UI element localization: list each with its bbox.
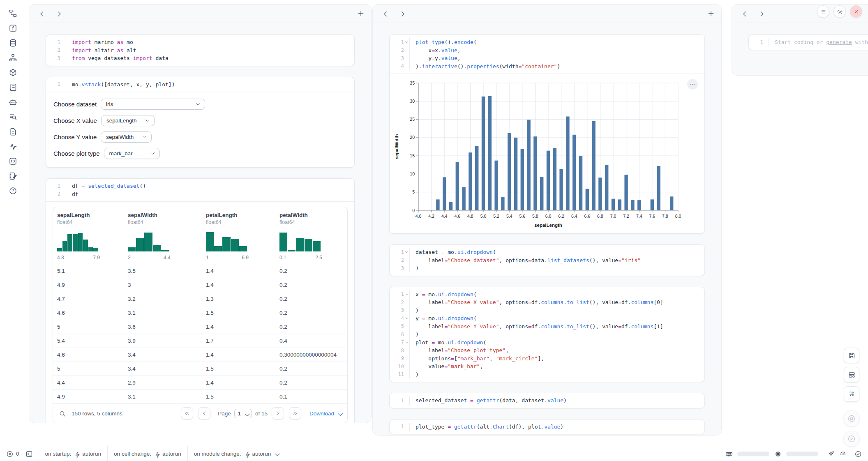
table-row[interactable]: 53.41.50.2setosa: [53, 362, 347, 376]
table-header: sepalLengthfloat644.37.9sepalWidthfloat6…: [53, 207, 347, 264]
code-editor[interactable]: 1234567891011x = mo.ui.dropdown( label="…: [390, 287, 704, 382]
column-prev-button[interactable]: [38, 10, 45, 17]
column-prev-button[interactable]: [382, 10, 388, 17]
table-cell: 3.1: [128, 394, 206, 400]
code-editor[interactable]: 1mo.vstack([dataset, x, y, plot]): [46, 77, 354, 92]
package-icon[interactable]: [9, 68, 17, 77]
line-number: 1: [46, 38, 66, 46]
list-search-icon[interactable]: [9, 113, 17, 121]
help-circle-icon[interactable]: ?: [9, 187, 17, 195]
table-row[interactable]: 4.42.91.40.2setosa: [53, 376, 347, 390]
menu-button[interactable]: [817, 5, 829, 18]
last-page-button[interactable]: [289, 407, 301, 420]
chat-assistant-icon[interactable]: [9, 98, 17, 106]
table-row[interactable]: 4.63.11.50.2setosa: [53, 306, 347, 320]
terminal-icon[interactable]: [25, 450, 32, 457]
on-cell-change-toggle[interactable]: on cell change: autorun: [108, 446, 187, 461]
table-row[interactable]: 5.13.51.40.2setosa: [53, 264, 347, 278]
on-module-change-toggle[interactable]: on module change: autorun: [188, 446, 285, 461]
table-cell: 5.4: [57, 338, 128, 344]
svg-text:4.0: 4.0: [416, 214, 422, 219]
chart-actions-button[interactable]: [687, 79, 698, 90]
svg-text:15: 15: [410, 153, 415, 158]
memory-icon: [725, 450, 732, 457]
table-cell: 3.4: [128, 366, 206, 372]
choose-y-value-dropdown[interactable]: sepalWidth: [101, 131, 152, 143]
layout-button[interactable]: [844, 367, 859, 383]
on-startup-toggle[interactable]: on startup: autorun: [39, 446, 108, 461]
bar-chart[interactable]: 4.04.24.44.64.85.05.25.45.65.86.06.26.46…: [392, 77, 692, 230]
close-panel-button[interactable]: [850, 5, 862, 18]
code-editor[interactable]: 1234plot_type().encode( x=x.value, y=y.v…: [390, 35, 704, 74]
document-icon[interactable]: [9, 127, 17, 136]
next-page-button[interactable]: [272, 407, 284, 420]
line-number: 3: [390, 307, 409, 315]
code-editor[interactable]: 12df = selected_dataset()df: [46, 179, 354, 201]
download-button[interactable]: Download: [309, 410, 342, 417]
code-snippets-icon[interactable]: [9, 157, 17, 166]
logs-scroll-icon[interactable]: [9, 83, 17, 92]
database-icon[interactable]: [9, 39, 17, 47]
svg-text:35: 35: [410, 81, 415, 85]
notebook-actions: ⌘: [843, 348, 860, 447]
dependency-graph-icon[interactable]: [9, 53, 17, 62]
code-editor[interactable]: 123dataset = mo.ui.dropdown( label="Choo…: [390, 245, 704, 276]
stop-button[interactable]: [843, 410, 860, 427]
table-cell: 3.1: [128, 310, 206, 316]
table-row[interactable]: 5.43.91.70.4setosa: [53, 334, 347, 348]
activity-icon[interactable]: [9, 142, 17, 151]
on-module-change-label: on module change:: [194, 451, 241, 457]
svg-text:0: 0: [412, 208, 415, 213]
column-next-button[interactable]: [399, 10, 406, 17]
add-column-button[interactable]: [357, 10, 365, 17]
column-next-button[interactable]: [55, 10, 62, 17]
column-header-sepalLength[interactable]: sepalLengthfloat644.37.9: [57, 212, 128, 260]
cell-plot: 1234plot_type().encode( x=x.value, y=y.v…: [389, 35, 705, 234]
chevron-down-icon: [337, 411, 342, 416]
choose-plot-type-dropdown[interactable]: mark_bar: [104, 148, 160, 159]
prev-page-button[interactable]: [198, 407, 210, 420]
column-header-petalLength[interactable]: petalLengthfloat6416.9: [206, 212, 279, 260]
svg-text:sepalLength: sepalLength: [534, 223, 562, 228]
error-indicator[interactable]: 0: [0, 446, 39, 461]
table-row[interactable]: 4.931.40.2setosa: [53, 278, 347, 292]
svg-text:7.4: 7.4: [636, 214, 642, 219]
table-cell: 3.4: [128, 352, 206, 358]
save-button[interactable]: [844, 348, 859, 363]
command-palette-button[interactable]: ⌘: [844, 386, 859, 402]
table-cell: 3.6: [128, 324, 206, 330]
assistant-bot-icon[interactable]: [839, 450, 846, 457]
function-square-icon[interactable]: ƒ: [9, 24, 17, 32]
table-row[interactable]: 53.61.40.2setosa: [53, 320, 347, 334]
column-header-petalWidth[interactable]: petalWidthfloat640.12.5: [279, 212, 347, 260]
run-all-button[interactable]: [843, 431, 860, 447]
table-row[interactable]: 4.73.21.30.2setosa: [53, 292, 347, 306]
table-summary: 150 rows, 5 columns: [72, 410, 122, 417]
column-next-button[interactable]: [758, 10, 765, 17]
choose-dataset-dropdown[interactable]: iris: [101, 99, 205, 110]
column-header-sepalWidth[interactable]: sepalWidthfloat6424.4: [128, 212, 206, 260]
ai-sparkles-icon[interactable]: [827, 450, 834, 457]
table-cell: 0.2: [279, 324, 347, 330]
notebook-edit-icon[interactable]: [9, 172, 17, 180]
first-page-button[interactable]: [181, 407, 193, 420]
settings-button[interactable]: [833, 5, 846, 18]
dataframe-table: sepalLengthfloat644.37.9sepalWidthfloat6…: [53, 207, 348, 423]
column-prev-button[interactable]: [741, 10, 748, 17]
empty-code-editor[interactable]: 1Start coding or generate with AI: [749, 35, 868, 50]
table-cell: 4.6: [57, 352, 128, 358]
table-cell: 3.5: [128, 268, 206, 274]
connection-status-icon[interactable]: [854, 450, 861, 457]
code-editor[interactable]: 1selected_dataset = getattr(data, datase…: [390, 393, 704, 408]
choose-x-value-dropdown[interactable]: sepalLength: [101, 115, 155, 126]
page-select[interactable]: 1: [234, 409, 252, 418]
table-cell: 0.1: [279, 394, 347, 400]
add-column-button[interactable]: [707, 10, 715, 17]
code-editor[interactable]: 1plot_type = getattr(alt.Chart(df), plot…: [390, 420, 704, 434]
file-tree-icon[interactable]: [9, 9, 17, 18]
table-cell: 5: [57, 366, 128, 372]
search-icon[interactable]: [59, 410, 66, 417]
code-editor[interactable]: 123import marimo as moimport altair as a…: [46, 35, 354, 66]
table-row[interactable]: 4.93.11.50.1setosa: [53, 390, 347, 403]
table-row[interactable]: 4.63.41.40.30000000000000004setosa: [53, 348, 347, 362]
